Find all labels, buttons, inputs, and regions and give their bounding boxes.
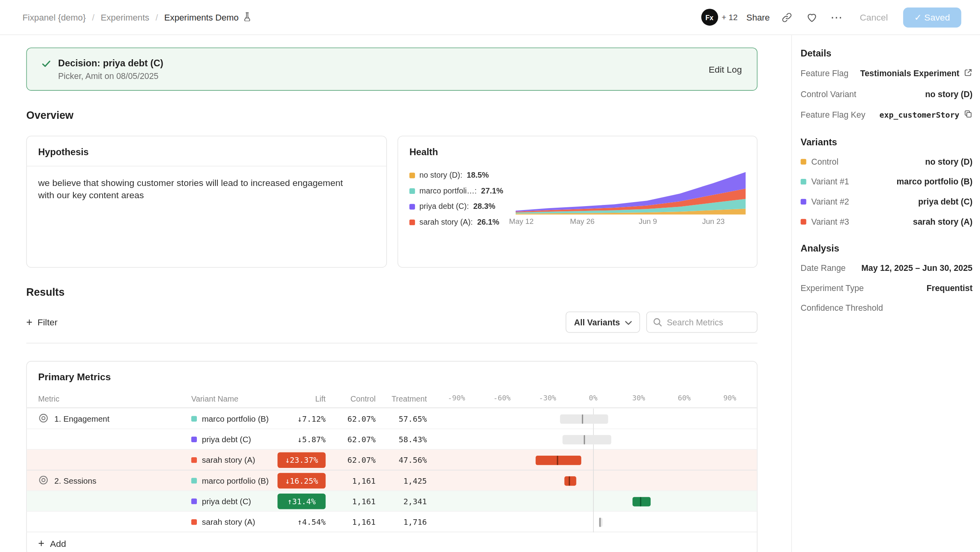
avatar[interactable]: Fx [701,9,718,26]
detail-row: Feature Flag Key exp_customerStory [800,109,973,120]
feature-flag-value[interactable]: Testimonials Experiment [860,69,959,78]
table-header: Metric Variant Name Lift Control Treatme… [27,391,757,408]
target-icon [38,475,49,487]
metric-row[interactable]: priya debt (C) ↓5.87% 62.07% 58.43% [27,428,757,449]
treatment-value: 1,425 [376,476,427,486]
variants-title: Variants [800,136,973,147]
collaborator-count[interactable]: + 12 [722,13,738,22]
health-chart-svg [516,168,746,214]
variant-value: no story (D) [925,157,973,167]
health-x-labels: May 12May 26Jun 9Jun 23 [516,217,746,229]
analysis-label: Experiment Type [800,284,864,293]
confidence-interval-cell [427,491,757,512]
legend-label: no story (D): [419,171,462,179]
legend-label: sarah story (A): [419,218,473,226]
edit-log-button[interactable]: Edit Log [709,64,742,74]
filter-label: Filter [37,317,58,327]
confidence-interval-bar [564,476,576,486]
axis-tick-label: -60% [493,393,511,402]
target-icon [38,413,49,425]
check-icon [42,59,50,81]
axis-tick-label: 0% [589,393,597,402]
lift-value: ↑31.4% [277,494,325,509]
metric-row[interactable]: sarah story (A) ↓23.37% 62.07% 47.56% [27,449,757,469]
details-title: Details [800,47,973,58]
variants-section: Variants Control no story (D) Variant #1… [800,136,973,226]
metric-row[interactable]: priya debt (C) ↑31.4% 1,161 2,341 [27,490,757,511]
variant-value: marco portfolio (B) [897,177,973,186]
control-value: 1,161 [325,517,376,527]
legend-swatch [410,219,415,225]
saved-button[interactable]: ✓ Saved [903,7,961,27]
details-section: Details Feature Flag Testimonials Experi… [800,47,973,120]
top-bar-actions: Fx + 12 Share ⋯ Cancel ✓ Saved [701,7,961,27]
health-legend: no story (D): 18.5% marco portfoli…: 27.… [410,168,516,232]
legend-swatch [410,172,415,178]
health-stacked-area-chart: May 12May 26Jun 9Jun 23 [516,168,746,232]
column-control: Control [325,394,376,403]
share-button[interactable]: Share [746,12,770,22]
legend-label: marco portfoli…: [419,186,477,195]
cancel-button[interactable]: Cancel [853,8,894,26]
variants-dropdown-label: All Variants [574,317,620,327]
variant-color-swatch [800,199,806,205]
median-tick [557,455,558,465]
variants-dropdown[interactable]: All Variants [566,312,640,333]
search-icon [653,317,662,327]
confidence-interval-cell [427,429,757,450]
more-options-icon[interactable]: ⋯ [829,9,845,25]
add-metric-button[interactable]: + Add [27,532,757,552]
breadcrumb-workspace[interactable]: Fixpanel {demo} [22,12,86,22]
variant-row: Control no story (D) [800,157,973,167]
search-metrics-input[interactable] [646,312,757,333]
treatment-value: 1,716 [376,517,427,527]
health-title: Health [398,136,757,165]
analysis-row: Experiment Type Frequentist [800,284,973,293]
analysis-label: Confidence Threshold [800,303,883,313]
copy-icon[interactable] [964,109,973,120]
treatment-value: 2,341 [376,497,427,506]
metric-row[interactable]: 2. Sessions marco portfolio (B) ↓16.25% … [27,470,757,490]
date-range-value: May 12, 2025 – Jun 30, 2025 [861,263,973,273]
confidence-interval-cell [427,512,757,532]
median-tick [569,476,570,486]
add-filter-button[interactable]: + Filter [26,317,58,327]
legend-swatch [410,204,415,209]
variant-name: priya debt (C) [202,497,251,506]
legend-label: priya debt (C): [419,202,469,211]
legend-item: no story (D): 18.5% [410,171,516,179]
metric-row[interactable]: 1. Engagement marco portfolio (B) ↓7.12%… [27,408,757,428]
lift-value: ↓16.25% [277,473,325,489]
experiment-type-value: Frequentist [927,284,973,293]
lift-value: ↓7.12% [277,411,325,427]
variant-row: Variant #3 sarah story (A) [800,217,973,227]
link-icon[interactable] [778,9,795,25]
variant-name: sarah story (A) [202,455,255,465]
hypothesis-title: Hypothesis [27,136,386,165]
health-x-label: May 12 [509,217,533,226]
variant-color-swatch [191,499,197,504]
variant-row: Variant #2 priya debt (C) [800,197,973,207]
health-x-label: Jun 9 [639,217,657,226]
results-heading: Results [26,287,758,299]
column-variant: Variant Name [191,394,278,403]
favorite-heart-icon[interactable] [804,9,820,25]
main-content: Decision: priya debt (C) Picker, Amit on… [0,35,791,552]
detail-row: Feature Flag Testimonials Experiment [800,68,973,79]
analysis-section: Analysis Date Range May 12, 2025 – Jun 3… [800,243,973,313]
breadcrumb-experiments[interactable]: Experiments [101,12,149,22]
external-link-icon[interactable] [964,68,973,79]
column-treatment: Treatment [376,394,427,403]
axis-scale: -90%-60%-30%0%30%60%90% [427,391,757,407]
median-tick [582,414,583,424]
detail-label: Control Variant [800,90,856,99]
results-toolbar: + Filter All Variants [26,312,758,333]
breadcrumb-current[interactable]: Experiments Demo [164,11,252,23]
breadcrumb: Fixpanel {demo} / Experiments / Experime… [22,11,252,23]
lift-value: ↓23.37% [277,452,325,468]
legend-item: sarah story (A): 26.1% [410,218,516,226]
plus-icon: + [38,538,45,548]
metric-row[interactable]: sarah story (A) ↑4.54% 1,161 1,716 [27,511,757,531]
axis-tick-label: 60% [678,393,691,402]
variant-color-swatch [191,457,197,463]
